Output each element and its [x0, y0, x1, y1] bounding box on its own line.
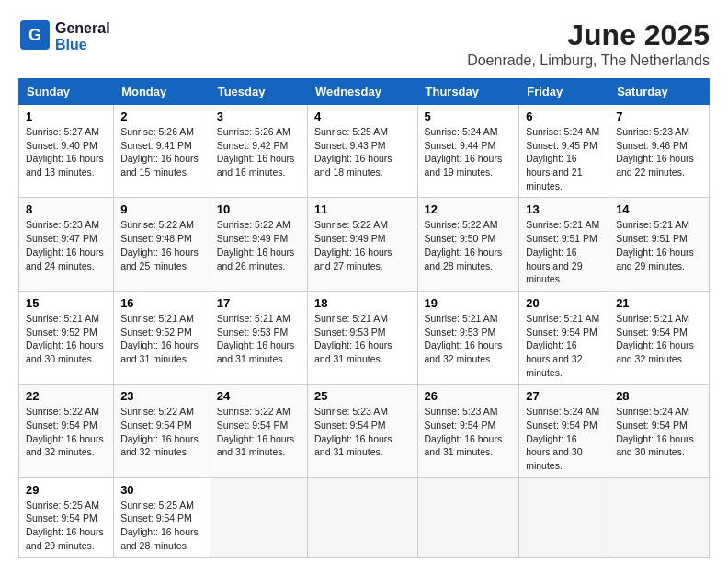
- day-number: 5: [425, 109, 513, 123]
- day-cell: 15 Sunrise: 5:21 AMSunset: 9:52 PMDaylig…: [19, 291, 114, 384]
- day-info: Sunrise: 5:23 AMSunset: 9:54 PMDaylight:…: [425, 405, 513, 459]
- day-number: 20: [526, 296, 602, 310]
- day-number: 3: [217, 109, 301, 123]
- logo-general: General: [55, 20, 110, 37]
- day-cell: 11 Sunrise: 5:22 AMSunset: 9:49 PMDaylig…: [307, 198, 417, 291]
- day-number: 6: [526, 109, 602, 123]
- day-info: Sunrise: 5:22 AMSunset: 9:50 PMDaylight:…: [425, 218, 513, 272]
- daylight-label: Daylight:: [425, 247, 462, 258]
- daylight-label: Daylight:: [616, 153, 654, 164]
- day-number: 25: [314, 389, 411, 403]
- daylight-label: Daylight:: [314, 339, 352, 350]
- day-cell: 4 Sunrise: 5:25 AMSunset: 9:43 PMDayligh…: [307, 105, 417, 198]
- day-cell: 6 Sunrise: 5:24 AMSunset: 9:45 PMDayligh…: [519, 105, 609, 198]
- header: G General Blue June 2025 Doenrade, Limbu…: [18, 18, 710, 69]
- day-info: Sunrise: 5:26 AMSunset: 9:41 PMDaylight:…: [120, 125, 203, 179]
- day-cell: 7 Sunrise: 5:23 AMSunset: 9:46 PMDayligh…: [609, 105, 710, 198]
- day-cell: 9 Sunrise: 5:22 AMSunset: 9:48 PMDayligh…: [114, 198, 210, 291]
- day-info: Sunrise: 5:21 AMSunset: 9:51 PMDaylight:…: [616, 218, 702, 272]
- header-cell-tuesday: Tuesday: [210, 79, 307, 105]
- day-info: Sunrise: 5:22 AMSunset: 9:48 PMDaylight:…: [120, 218, 203, 272]
- header-cell-wednesday: Wednesday: [307, 79, 417, 105]
- day-cell: [307, 477, 417, 557]
- day-info: Sunrise: 5:21 AMSunset: 9:54 PMDaylight:…: [616, 312, 702, 366]
- day-cell: [210, 477, 307, 557]
- logo-blue: Blue: [55, 37, 110, 53]
- daylight-label: Daylight:: [120, 339, 158, 350]
- day-number: 27: [526, 389, 602, 403]
- daylight-label: Daylight:: [425, 339, 462, 350]
- day-info: Sunrise: 5:25 AMSunset: 9:54 PMDaylight:…: [120, 499, 203, 553]
- daylight-label: Daylight:: [26, 526, 63, 537]
- svg-text:G: G: [28, 26, 41, 44]
- day-cell: 3 Sunrise: 5:26 AMSunset: 9:42 PMDayligh…: [210, 105, 307, 198]
- day-number: 28: [616, 389, 702, 403]
- daylight-label: Daylight:: [26, 433, 63, 444]
- day-number: 17: [217, 296, 301, 310]
- day-info: Sunrise: 5:27 AMSunset: 9:40 PMDaylight:…: [26, 125, 107, 179]
- day-info: Sunrise: 5:21 AMSunset: 9:53 PMDaylight:…: [314, 312, 411, 366]
- daylight-label: Daylight:: [120, 247, 158, 258]
- week-row-3: 15 Sunrise: 5:21 AMSunset: 9:52 PMDaylig…: [19, 291, 710, 384]
- day-number: 30: [120, 483, 203, 497]
- day-cell: [417, 477, 519, 557]
- day-number: 23: [120, 389, 203, 403]
- day-number: 15: [26, 296, 107, 310]
- day-info: Sunrise: 5:22 AMSunset: 9:49 PMDaylight:…: [217, 218, 301, 272]
- daylight-label: Daylight:: [26, 247, 63, 258]
- daylight-label: Daylight:: [314, 433, 352, 444]
- logo: G General Blue: [18, 18, 110, 55]
- day-cell: 18 Sunrise: 5:21 AMSunset: 9:53 PMDaylig…: [307, 291, 417, 384]
- day-number: 2: [120, 109, 203, 123]
- day-info: Sunrise: 5:21 AMSunset: 9:51 PMDaylight:…: [526, 218, 602, 285]
- day-number: 4: [314, 109, 411, 123]
- daylight-label: Daylight:: [314, 247, 352, 258]
- day-number: 18: [314, 296, 411, 310]
- day-cell: 22 Sunrise: 5:22 AMSunset: 9:54 PMDaylig…: [19, 385, 114, 477]
- day-info: Sunrise: 5:26 AMSunset: 9:42 PMDaylight:…: [217, 125, 301, 179]
- daylight-label: Daylight:: [217, 153, 255, 164]
- day-number: 21: [616, 296, 702, 310]
- day-info: Sunrise: 5:23 AMSunset: 9:47 PMDaylight:…: [26, 218, 107, 272]
- daylight-label: Daylight:: [425, 153, 462, 164]
- main-title: June 2025: [467, 18, 710, 52]
- day-info: Sunrise: 5:24 AMSunset: 9:54 PMDaylight:…: [616, 405, 702, 459]
- day-cell: 2 Sunrise: 5:26 AMSunset: 9:41 PMDayligh…: [114, 105, 210, 198]
- day-cell: 28 Sunrise: 5:24 AMSunset: 9:54 PMDaylig…: [609, 385, 710, 477]
- day-cell: 26 Sunrise: 5:23 AMSunset: 9:54 PMDaylig…: [417, 385, 519, 477]
- header-cell-monday: Monday: [114, 79, 210, 105]
- day-number: 12: [425, 202, 513, 216]
- daylight-label: Daylight:: [217, 247, 255, 258]
- day-cell: 24 Sunrise: 5:22 AMSunset: 9:54 PMDaylig…: [210, 385, 307, 477]
- daylight-label: Daylight:: [616, 433, 654, 444]
- day-info: Sunrise: 5:21 AMSunset: 9:54 PMDaylight:…: [526, 312, 602, 379]
- header-cell-sunday: Sunday: [19, 79, 114, 105]
- daylight-label: Daylight:: [120, 433, 158, 444]
- day-cell: 20 Sunrise: 5:21 AMSunset: 9:54 PMDaylig…: [519, 291, 609, 384]
- daylight-label: Daylight:: [526, 153, 563, 164]
- daylight-label: Daylight:: [616, 339, 654, 350]
- day-cell: 19 Sunrise: 5:21 AMSunset: 9:53 PMDaylig…: [417, 291, 519, 384]
- week-row-2: 8 Sunrise: 5:23 AMSunset: 9:47 PMDayligh…: [19, 198, 710, 291]
- title-area: June 2025 Doenrade, Limburg, The Netherl…: [467, 18, 710, 69]
- day-cell: 30 Sunrise: 5:25 AMSunset: 9:54 PMDaylig…: [114, 477, 210, 557]
- day-info: Sunrise: 5:24 AMSunset: 9:44 PMDaylight:…: [425, 125, 513, 179]
- day-cell: 13 Sunrise: 5:21 AMSunset: 9:51 PMDaylig…: [519, 198, 609, 291]
- day-number: 8: [26, 202, 107, 216]
- daylight-label: Daylight:: [526, 433, 563, 444]
- day-info: Sunrise: 5:21 AMSunset: 9:52 PMDaylight:…: [26, 312, 107, 366]
- header-row: SundayMondayTuesdayWednesdayThursdayFrid…: [19, 79, 710, 105]
- day-number: 29: [26, 483, 107, 497]
- day-cell: 27 Sunrise: 5:24 AMSunset: 9:54 PMDaylig…: [519, 385, 609, 477]
- day-number: 1: [26, 109, 107, 123]
- day-cell: [519, 477, 609, 557]
- day-number: 16: [120, 296, 203, 310]
- calendar-table: SundayMondayTuesdayWednesdayThursdayFrid…: [18, 78, 710, 558]
- daylight-label: Daylight:: [217, 433, 255, 444]
- week-row-5: 29 Sunrise: 5:25 AMSunset: 9:54 PMDaylig…: [19, 477, 710, 557]
- day-cell: 16 Sunrise: 5:21 AMSunset: 9:52 PMDaylig…: [114, 291, 210, 384]
- daylight-label: Daylight:: [26, 153, 63, 164]
- daylight-label: Daylight:: [120, 526, 158, 537]
- day-cell: 14 Sunrise: 5:21 AMSunset: 9:51 PMDaylig…: [609, 198, 710, 291]
- day-number: 14: [616, 202, 702, 216]
